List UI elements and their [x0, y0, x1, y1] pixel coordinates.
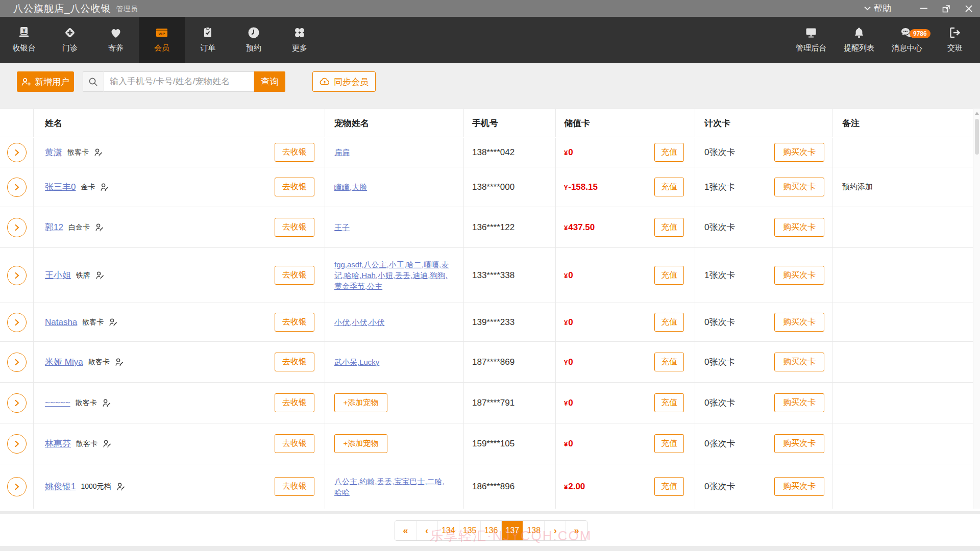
pagination-arrow-button[interactable]: » [566, 521, 587, 540]
query-button[interactable]: 查询 [254, 71, 285, 92]
recharge-button[interactable]: 充值 [654, 313, 684, 332]
nav-item-clinic[interactable]: 门诊 [47, 17, 93, 63]
pet-names-link[interactable]: 扁扁 [334, 147, 350, 158]
expand-row-button[interactable] [7, 266, 27, 285]
expand-row-button[interactable] [7, 313, 27, 332]
nav-item-more[interactable]: 更多 [277, 17, 323, 63]
vertical-scrollbar[interactable] [973, 109, 980, 509]
edit-member-icon[interactable] [100, 183, 109, 192]
edit-member-icon[interactable] [95, 223, 104, 232]
scrollbar-thumb[interactable] [975, 119, 979, 155]
buy-count-card-button[interactable]: 购买次卡 [774, 218, 824, 237]
member-name-link[interactable]: ~~~~~ [45, 398, 70, 408]
pet-names-link[interactable]: 小伏,小伏,小伏 [334, 317, 384, 328]
close-button[interactable] [958, 0, 980, 17]
recharge-button[interactable]: 充值 [654, 393, 684, 412]
edit-member-icon[interactable] [109, 318, 118, 327]
cell-pets: 瞳瞳,大脸 [325, 167, 464, 207]
expand-row-button[interactable] [7, 178, 27, 197]
expand-row-button[interactable] [7, 143, 27, 162]
recharge-button[interactable]: 充值 [654, 353, 684, 371]
expand-row-button[interactable] [7, 393, 27, 413]
maximize-button[interactable] [935, 0, 958, 17]
go-cashier-button[interactable]: 去收银 [275, 178, 314, 196]
expand-row-button[interactable] [7, 353, 27, 372]
member-name-link[interactable]: 姚俊银1 [45, 481, 76, 492]
expand-row-button[interactable] [7, 218, 27, 237]
minimize-button[interactable] [913, 0, 935, 17]
nav-item-shift-change[interactable]: 交班 [931, 17, 979, 63]
pagination-arrow-button[interactable]: ‹ [416, 521, 438, 540]
expand-row-button[interactable] [7, 434, 27, 454]
edit-member-icon[interactable] [94, 148, 103, 157]
page-button-135[interactable]: 135 [459, 521, 481, 540]
recharge-button[interactable]: 充值 [654, 218, 684, 237]
member-name-link[interactable]: Natasha [45, 317, 77, 328]
pet-names-link[interactable]: 瞳瞳,大脸 [334, 182, 367, 192]
page-button-136[interactable]: 136 [481, 521, 502, 540]
sync-members-button[interactable]: 同步会员 [312, 71, 376, 92]
cell-name: 黄潇 散客卡 去收银 [34, 138, 325, 167]
nav-item-foster[interactable]: 寄养 [93, 17, 139, 63]
edit-member-icon[interactable] [95, 271, 105, 280]
recharge-button[interactable]: 充值 [654, 434, 684, 453]
pet-names-link[interactable]: 八公主,约翰,丢丢,宝宝巴士,二哈,哈哈 [334, 476, 450, 497]
pagination-arrow-button[interactable]: › [545, 521, 566, 540]
go-cashier-button[interactable]: 去收银 [275, 313, 314, 332]
buy-count-card-button[interactable]: 购买次卡 [774, 353, 824, 371]
member-name-link[interactable]: 黄潇 [45, 146, 62, 158]
recharge-button[interactable]: 充值 [654, 143, 684, 162]
add-user-button[interactable]: 新增用户 [17, 71, 74, 92]
nav-label: 收银台 [13, 43, 36, 53]
buy-count-card-button[interactable]: 购买次卡 [774, 143, 824, 162]
page-button-134[interactable]: 134 [438, 521, 459, 540]
go-cashier-button[interactable]: 去收银 [275, 477, 314, 496]
go-cashier-button[interactable]: 去收银 [275, 353, 314, 371]
member-name-link[interactable]: 郭12 [45, 221, 63, 233]
buy-count-card-button[interactable]: 购买次卡 [774, 313, 824, 332]
nav-item-orders[interactable]: 订单 [185, 17, 231, 63]
recharge-button[interactable]: 充值 [654, 477, 684, 496]
help-menu[interactable]: 帮助 [864, 3, 891, 14]
cell-note [833, 423, 973, 464]
nav-item-message-center[interactable]: 消息中心 9786 [883, 17, 931, 63]
page-button-137[interactable]: 137 [502, 521, 523, 540]
member-name-link[interactable]: 林惠芬 [45, 438, 71, 449]
go-cashier-button[interactable]: 去收银 [275, 434, 314, 453]
go-cashier-button[interactable]: 去收银 [275, 143, 314, 162]
member-name-link[interactable]: 张三丰0 [45, 181, 76, 193]
nav-item-reminder-list[interactable]: 提醒列表 [835, 17, 883, 63]
edit-member-icon[interactable] [103, 439, 112, 448]
nav-item-admin-backstage[interactable]: 管理后台 [787, 17, 835, 63]
pet-names-link[interactable]: fgg,asdf,八公主,小工,哈二,嘻嘻,麦记,哈哈,Hah,小妞,丢丢,迪迪… [334, 259, 450, 291]
page-button-138[interactable]: 138 [523, 521, 545, 540]
pet-names-link[interactable]: 武小呆,Lucky [334, 357, 379, 367]
nav-item-appointments[interactable]: 预约 [231, 17, 277, 63]
buy-count-card-button[interactable]: 购买次卡 [774, 434, 824, 453]
edit-member-icon[interactable] [102, 398, 111, 408]
buy-count-card-button[interactable]: 购买次卡 [774, 393, 824, 412]
edit-member-icon[interactable] [116, 482, 126, 491]
recharge-button[interactable]: 充值 [654, 266, 684, 285]
go-cashier-button[interactable]: 去收银 [275, 218, 314, 237]
edit-member-icon[interactable] [115, 358, 124, 367]
search-input[interactable] [103, 71, 254, 92]
expand-row-button[interactable] [7, 477, 27, 496]
buy-count-card-button[interactable]: 购买次卡 [774, 477, 824, 496]
add-pet-button[interactable]: +添加宠物 [334, 393, 387, 412]
member-name-link[interactable]: 米娅 Miya [45, 356, 83, 368]
scroll-up-icon[interactable] [975, 112, 979, 115]
nav-item-cashier[interactable]: ¥ 收银台 [1, 17, 47, 63]
go-cashier-button[interactable]: 去收银 [275, 393, 314, 412]
count-card-value: 1张次卡 [695, 181, 735, 193]
recharge-button[interactable]: 充值 [654, 178, 684, 196]
member-card-tier: 白金卡 [68, 223, 90, 232]
add-pet-button[interactable]: +添加宠物 [334, 434, 387, 453]
go-cashier-button[interactable]: 去收银 [275, 266, 314, 285]
pet-names-link[interactable]: 王子 [334, 222, 350, 233]
pagination-arrow-button[interactable]: « [395, 521, 416, 540]
nav-item-member[interactable]: VIP 会员 [139, 17, 185, 63]
buy-count-card-button[interactable]: 购买次卡 [774, 178, 824, 196]
member-name-link[interactable]: 王小姐 [45, 269, 71, 281]
buy-count-card-button[interactable]: 购买次卡 [774, 266, 824, 285]
